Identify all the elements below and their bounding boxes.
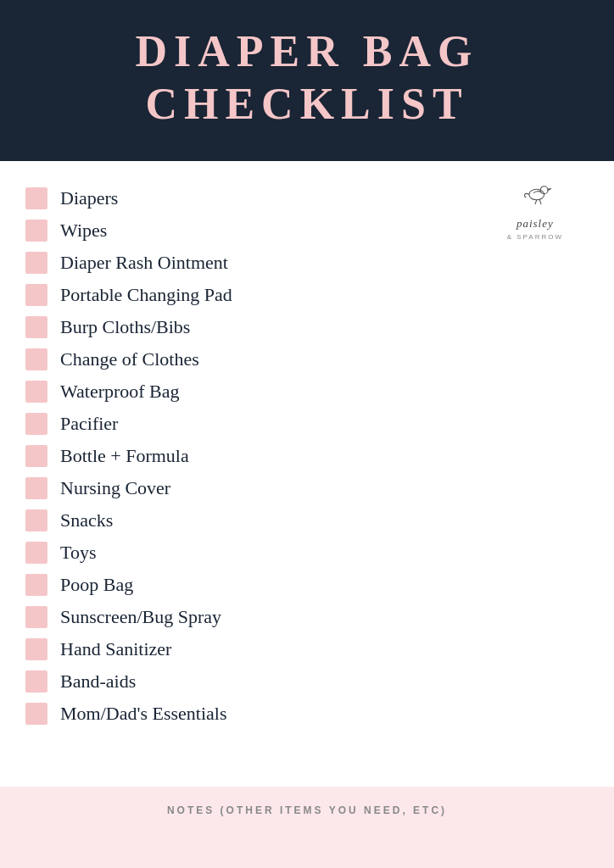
checkbox-1[interactable] [25,220,47,242]
brand-logo-icon [510,178,561,212]
item-label-1: Wipes [60,220,107,242]
checklist-item: Nursing Cover [25,472,589,504]
logo-brand-text: paisley & SPARROW [507,217,563,241]
item-label-16: Mom/Dad's Essentials [60,703,226,725]
checkbox-6[interactable] [25,381,47,403]
checkbox-12[interactable] [25,574,47,596]
checklist-item: Band-aids [25,665,589,698]
checklist: DiapersWipesDiaper Rash OintmentPortable… [25,182,589,730]
title-line1: DIAPER BAG [135,27,478,75]
notes-section: NOTES (OTHER ITEMS YOU NEED, ETC) [0,787,614,868]
checkbox-10[interactable] [25,509,47,531]
checkbox-2[interactable] [25,252,47,274]
checklist-item: Mom/Dad's Essentials [25,698,589,730]
checklist-item: Sunscreen/Bug Spray [25,601,589,633]
checkbox-14[interactable] [25,638,47,660]
checkbox-9[interactable] [25,477,47,499]
checklist-item: Diaper Rash Ointment [25,247,589,279]
checklist-item: Change of Clothes [25,343,589,376]
checkbox-5[interactable] [25,348,47,370]
checklist-item: Toys [25,537,589,569]
item-label-14: Hand Sanitizer [60,638,171,660]
item-label-3: Portable Changing Pad [60,284,232,306]
checklist-item: Snacks [25,504,589,537]
checkbox-8[interactable] [25,445,47,467]
item-label-8: Bottle + Formula [60,445,189,467]
item-label-9: Nursing Cover [60,477,170,499]
checkbox-13[interactable] [25,606,47,628]
checklist-item: Diapers [25,182,589,214]
checkbox-4[interactable] [25,316,47,338]
title-line2: CHECKLIST [145,80,468,128]
item-label-13: Sunscreen/Bug Spray [60,606,221,628]
checkbox-7[interactable] [25,413,47,435]
checklist-item: Burp Cloths/Bibs [25,311,589,343]
checkbox-11[interactable] [25,542,47,564]
checklist-item: Pacifier [25,408,589,440]
checklist-item: Waterproof Bag [25,376,589,408]
item-label-6: Waterproof Bag [60,381,180,403]
item-label-12: Poop Bag [60,574,133,596]
checkbox-3[interactable] [25,284,47,306]
svg-line-2 [535,200,537,204]
checklist-item: Hand Sanitizer [25,633,589,665]
checkbox-15[interactable] [25,670,47,693]
checkbox-0[interactable] [25,187,47,209]
checklist-item: Wipes [25,214,589,247]
checkbox-16[interactable] [25,703,47,725]
logo-area: paisley & SPARROW [507,178,563,241]
page-title: DIAPER BAG CHECKLIST [17,25,597,131]
notes-label: NOTES (OTHER ITEMS YOU NEED, ETC) [167,804,447,816]
item-label-10: Snacks [60,509,113,531]
page-header: DIAPER BAG CHECKLIST [0,0,614,161]
item-label-0: Diapers [60,187,118,209]
item-label-4: Burp Cloths/Bibs [60,316,190,338]
content-area: paisley & SPARROW DiapersWipesDiaper Ras… [0,161,614,778]
item-label-5: Change of Clothes [60,348,199,370]
item-label-15: Band-aids [60,670,136,693]
item-label-2: Diaper Rash Ointment [60,252,228,274]
svg-point-0 [529,189,544,199]
checklist-item: Portable Changing Pad [25,279,589,311]
item-label-7: Pacifier [60,413,118,435]
svg-line-3 [539,200,541,204]
item-label-11: Toys [60,542,96,564]
checklist-item: Poop Bag [25,569,589,601]
checklist-item: Bottle + Formula [25,440,589,472]
